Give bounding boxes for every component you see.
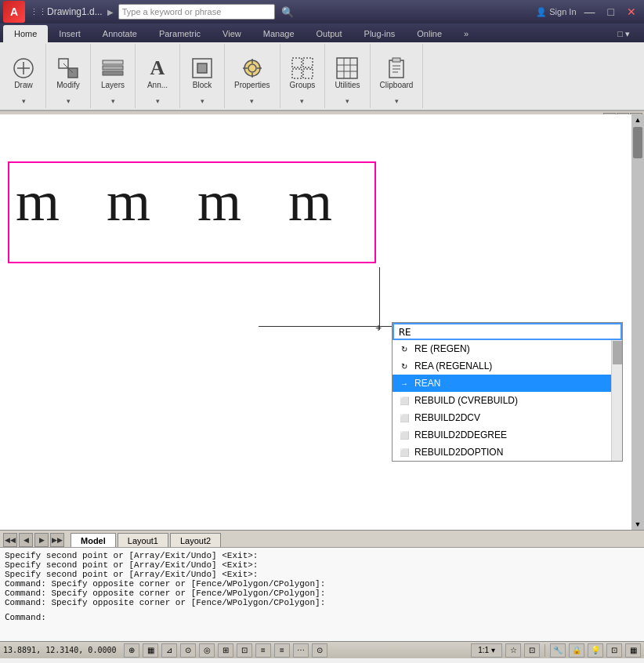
tab-layout1[interactable]: Layout1 (118, 533, 168, 547)
cmd-line-2: Specify second point or [Array/Exit/Undo… (5, 560, 639, 570)
tab-output[interactable]: Output (306, 25, 353, 42)
workspace-btn[interactable]: 🔧 (550, 643, 566, 658)
cursor-crosshair: + (375, 321, 382, 334)
fullscreen-btn[interactable]: ⊡ (606, 643, 622, 658)
tab-layout2[interactable]: Layout2 (170, 533, 221, 547)
title-arrow[interactable]: ▶ (107, 8, 114, 16)
ac-item-rebuild2doption[interactable]: ⬜ REBUILD2DOPTION (393, 444, 622, 461)
ac-item-rebuild[interactable]: ⬜ REBUILD (CVREBUILD) (393, 392, 622, 409)
nav-prev[interactable]: ◀ (19, 533, 33, 547)
auto-scale[interactable]: ⊡ (524, 643, 540, 658)
minimize-btn[interactable]: — (580, 5, 600, 18)
groups-group-arrow[interactable]: ▾ (297, 97, 307, 107)
tab-view[interactable]: View (212, 25, 252, 42)
search-icon[interactable]: 🔍 (281, 6, 294, 18)
block-btn[interactable]: Block (185, 53, 219, 92)
lock-ui-btn[interactable]: 🔒 (569, 643, 584, 658)
tab-model[interactable]: Model (71, 533, 116, 547)
draw-icon (11, 56, 36, 81)
expand-btn[interactable]: ⋮⋮ (30, 7, 47, 17)
search-box[interactable]: Type a keyword or phrase (118, 4, 275, 20)
snap-btn[interactable]: ⊕ (124, 643, 139, 658)
tab-insert[interactable]: Insert (48, 25, 92, 42)
utilities-label: Utilities (335, 81, 360, 89)
ac-item-rean[interactable]: → REAN (393, 375, 622, 392)
autocomplete-dropdown: ↻ RE (REGEN) ↻ REA (REGENALL) → REAN ⬜ R… (392, 322, 623, 462)
block-group-arrow[interactable]: ▾ (197, 97, 208, 107)
statusbar-menu[interactable]: ▦ (625, 643, 641, 658)
annotate-icon: A (145, 56, 170, 81)
nav-first[interactable]: ◀◀ (3, 533, 17, 547)
properties-btn[interactable]: Properties (230, 53, 275, 92)
otrack-btn[interactable]: ⊞ (218, 643, 233, 658)
svg-rect-27 (393, 58, 400, 62)
ribbon-group-annotate: A Ann... ▾ (136, 44, 180, 108)
draw-label: Draw (14, 81, 32, 89)
status-sep (545, 644, 545, 657)
annotate-group-arrow[interactable]: ▾ (153, 97, 163, 107)
isolate-btn[interactable]: 💡 (588, 643, 603, 658)
cmd-line-1: Specify second point or [Array/Exit/Undo… (5, 551, 639, 560)
close-btn[interactable]: ✕ (622, 5, 641, 18)
nav-last[interactable]: ▶▶ (50, 533, 64, 547)
tab-annotate[interactable]: Annotate (92, 25, 148, 42)
polar-btn[interactable]: ⊙ (180, 643, 196, 658)
title-bar: A ⋮⋮ Drawing1.d... ▶ Type a keyword or p… (0, 0, 644, 24)
ac-item-rebuild2ddegree[interactable]: ⬜ REBUILD2DDEGREE (393, 426, 622, 444)
tab-plugins[interactable]: Plug-ins (353, 25, 407, 42)
tab-manage[interactable]: Manage (252, 25, 306, 42)
canvas[interactable]: + m m m m ↻ RE (REGEN) ↻ (0, 114, 631, 530)
tab-home[interactable]: Home (3, 25, 48, 42)
clipboard-group-arrow[interactable]: ▾ (392, 97, 402, 107)
osnap-btn[interactable]: ◎ (199, 643, 215, 658)
tab-parametric[interactable]: Parametric (148, 25, 212, 42)
command-input[interactable] (46, 612, 639, 622)
scroll-up-btn[interactable]: ▲ (633, 114, 643, 125)
maximize-btn[interactable]: □ (603, 5, 619, 18)
nav-next[interactable]: ▶ (34, 533, 49, 547)
modify-icon (56, 56, 81, 81)
clipboard-btn[interactable]: Clipboard (375, 53, 418, 92)
block-icon (190, 56, 215, 81)
utilities-group-arrow[interactable]: ▾ (342, 97, 353, 107)
modify-group-arrow[interactable]: ▾ (63, 97, 74, 107)
groups-btn[interactable]: Groups (285, 53, 320, 92)
tab-online[interactable]: Online (406, 25, 453, 42)
annotate-btn[interactable]: A Ann... (140, 53, 175, 92)
dyn-btn[interactable]: ≡ (255, 643, 271, 658)
modify-btn[interactable]: Modify (51, 53, 85, 92)
ac-item-regen[interactable]: ↻ RE (REGEN) (393, 340, 622, 357)
drawing-wrapper[interactable]: _ □ × + m m m m (0, 111, 644, 530)
draw-group-arrow[interactable]: ▾ (19, 97, 29, 107)
ac-item-rebuild2dcv[interactable]: ⬜ REBUILD2DCV (393, 409, 622, 426)
layers-group-arrow[interactable]: ▾ (108, 97, 118, 107)
grid-btn[interactable]: ▦ (143, 643, 158, 658)
cmd-line-4: Command: Specify opposite corner or [Fen… (5, 579, 639, 589)
ac-icon-rebuild: ⬜ (399, 395, 410, 406)
properties-group-arrow[interactable]: ▾ (247, 97, 257, 107)
cmd-line-6: Command: Specify opposite corner or [Fen… (5, 598, 639, 607)
scroll-thumb-v[interactable] (633, 127, 642, 158)
ac-scroll-thumb[interactable] (613, 341, 622, 364)
qp-btn[interactable]: ⊙ (312, 643, 327, 658)
annotate-label: Ann... (147, 81, 168, 89)
utilities-btn[interactable]: Utilities (330, 53, 364, 92)
ortho-btn[interactable]: ⊿ (161, 643, 177, 658)
tpmode-btn[interactable]: ⋯ (293, 643, 309, 658)
v-scrollbar[interactable]: ▲ ▼ (631, 114, 644, 530)
document-title: Drawing1.d... (47, 6, 103, 17)
ac-scrollbar[interactable] (611, 340, 622, 461)
annotation-scale[interactable]: 1:1 ▾ (471, 643, 502, 658)
autocomplete-input[interactable] (393, 323, 622, 340)
scroll-down-btn[interactable]: ▼ (633, 519, 643, 530)
tab-workspace[interactable]: □ ▾ (606, 25, 641, 42)
sign-in-btn[interactable]: 👤 Sign In (536, 7, 576, 17)
layers-btn[interactable]: Layers (96, 53, 130, 92)
tab-more[interactable]: » (453, 25, 479, 42)
draw-btn[interactable]: Draw (6, 53, 41, 92)
ac-item-regenall[interactable]: ↻ REA (REGENALL) (393, 357, 622, 375)
ducs-btn[interactable]: ⊡ (237, 643, 252, 658)
annotation-visibility[interactable]: ☆ (505, 643, 521, 658)
clipboard-label: Clipboard (380, 81, 414, 89)
lineweight-btn[interactable]: ≡ (274, 643, 290, 658)
